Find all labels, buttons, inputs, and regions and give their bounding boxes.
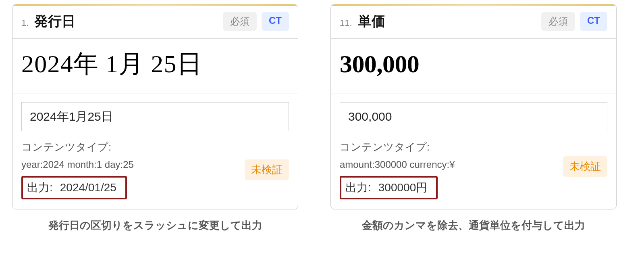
card-title: 単価 bbox=[358, 12, 385, 31]
output-value: 2024/01/25 bbox=[60, 181, 116, 194]
output-value: 300000円 bbox=[378, 180, 427, 195]
badges: 必須 CT bbox=[223, 12, 289, 31]
output-label: 出力: bbox=[345, 180, 371, 195]
status-badge: 未検証 bbox=[245, 159, 289, 180]
extracted-value: 300,000 bbox=[331, 39, 616, 94]
output-row: 出力: 2024/01/25 bbox=[21, 176, 127, 199]
card-header: 11. 単価 必須 CT bbox=[331, 4, 616, 39]
card-body: 300,000 コンテンツタイプ: amount:300000 currency… bbox=[331, 39, 616, 209]
card-issue-date: 1. 発行日 必須 CT 2024年 1月 25日 コンテンツタイプ: year… bbox=[12, 4, 298, 209]
output-row: 出力: 300000円 bbox=[340, 176, 438, 199]
card-title-wrap: 11. 単価 bbox=[340, 12, 385, 31]
badge-ct[interactable]: CT bbox=[580, 12, 607, 31]
output-label: 出力: bbox=[27, 180, 53, 195]
card-number: 11. bbox=[340, 18, 352, 28]
badge-ct[interactable]: CT bbox=[262, 12, 289, 31]
content-type-label: コンテンツタイプ: bbox=[21, 140, 289, 154]
card-header: 1. 発行日 必須 CT bbox=[12, 4, 298, 39]
card-wrapper-unit-price: 11. 単価 必須 CT 300,000 コンテンツタイプ: amount:30… bbox=[330, 4, 617, 232]
card-wrapper-issue-date: 1. 発行日 必須 CT 2024年 1月 25日 コンテンツタイプ: year… bbox=[12, 4, 298, 232]
value-input[interactable] bbox=[340, 102, 607, 131]
value-input[interactable] bbox=[21, 102, 289, 131]
card-title: 発行日 bbox=[34, 12, 75, 31]
card-title-wrap: 1. 発行日 bbox=[21, 12, 75, 31]
badges: 必須 CT bbox=[541, 12, 607, 31]
extracted-value: 2024年 1月 25日 bbox=[12, 39, 298, 94]
card-caption: 発行日の区切りをスラッシュに変更して出力 bbox=[48, 218, 262, 232]
card-number: 1. bbox=[21, 18, 29, 28]
status-badge: 未検証 bbox=[563, 156, 607, 177]
card-caption: 金額のカンマを除去、通貨単位を付与して出力 bbox=[362, 218, 585, 232]
card-unit-price: 11. 単価 必須 CT 300,000 コンテンツタイプ: amount:30… bbox=[330, 4, 617, 209]
badge-required: 必須 bbox=[541, 12, 575, 31]
card-lower: コンテンツタイプ: amount:300000 currency:¥ 未検証 出… bbox=[331, 94, 616, 209]
badge-required: 必須 bbox=[223, 12, 257, 31]
card-lower: コンテンツタイプ: year:2024 month:1 day:25 未検証 出… bbox=[12, 94, 298, 209]
content-type-label: コンテンツタイプ: bbox=[340, 140, 607, 154]
card-body: 2024年 1月 25日 コンテンツタイプ: year:2024 month:1… bbox=[12, 39, 298, 209]
